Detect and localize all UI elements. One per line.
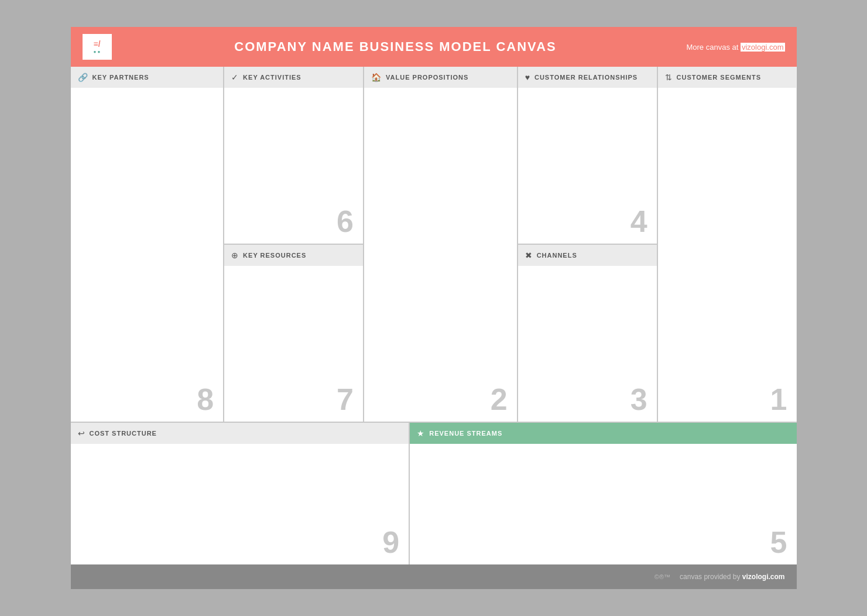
header-right: More canvas at vizologi.com: [680, 43, 785, 52]
key-resources-number: 7: [327, 377, 363, 422]
channels-cell[interactable]: 3: [518, 266, 657, 422]
key-activities-label: KEY ACTIVITIES: [243, 74, 301, 81]
key-resources-icon: ⊕: [231, 251, 238, 260]
customer-relationships-header: ♥ CUSTOMER RELATIONSHIPS: [518, 67, 657, 88]
key-resources-cell[interactable]: 7: [224, 266, 363, 422]
footer-text: canvas provided by vizologi.com: [680, 573, 784, 581]
customer-relationships-icon: ♥: [525, 73, 530, 82]
main-grid: 🔗 KEY PARTNERS 8 ✓ KEY ACTIVITIES: [71, 67, 797, 564]
key-partners-icon: 🔗: [78, 73, 88, 82]
model-name: BUSINESS MODEL CANVAS: [359, 39, 557, 54]
revenue-streams-cell[interactable]: 5: [410, 444, 796, 564]
col-activities-resources: ✓ KEY ACTIVITIES 6 ⊕ KEY RESOURCES: [224, 67, 364, 422]
key-resources-header: ⊕ KEY RESOURCES: [224, 245, 363, 266]
revenue-streams-icon: ★: [417, 429, 424, 438]
key-activities-section: ✓ KEY ACTIVITIES 6: [224, 67, 363, 245]
customer-segments-cell[interactable]: 1: [658, 88, 797, 422]
key-activities-cell[interactable]: 6: [224, 88, 363, 244]
cost-structure-label: COST STRUCTURE: [90, 430, 157, 437]
key-activities-icon: ✓: [231, 73, 238, 82]
revenue-streams-label: REVENUE STREAMS: [429, 430, 502, 437]
header: ≡/ ● ● COMPANY NAME BUSINESS MODEL CANVA…: [71, 27, 797, 67]
value-propositions-header: 🏠 VALUE PROPOSITIONS: [364, 67, 517, 88]
col-value-propositions: 🏠 VALUE PROPOSITIONS 2: [364, 67, 518, 422]
footer-canvas-text: canvas provided by: [680, 573, 742, 581]
channels-header: ✖ CHANNELS: [518, 245, 657, 266]
revenue-streams-number: 5: [761, 520, 797, 564]
cost-structure-header: ↩ COST STRUCTURE: [71, 423, 409, 444]
col-cost-structure: ↩ COST STRUCTURE 9: [71, 423, 410, 564]
customer-segments-number: 1: [761, 377, 797, 422]
channels-label: CHANNELS: [537, 252, 577, 259]
key-resources-label: KEY RESOURCES: [243, 252, 306, 259]
top-section: 🔗 KEY PARTNERS 8 ✓ KEY ACTIVITIES: [71, 67, 797, 423]
header-title: COMPANY NAME BUSINESS MODEL CANVAS: [112, 39, 680, 54]
col-key-partners: 🔗 KEY PARTNERS 8: [71, 67, 225, 422]
value-propositions-cell[interactable]: 2: [364, 88, 517, 422]
col-revenue-streams: ★ REVENUE STREAMS 5: [410, 423, 796, 564]
logo: ≡/ ● ●: [83, 34, 112, 60]
cost-structure-number: 9: [373, 520, 409, 564]
key-activities-number: 6: [327, 199, 363, 244]
business-model-canvas: ≡/ ● ● COMPANY NAME BUSINESS MODEL CANVA…: [71, 27, 797, 589]
customer-relationships-label: CUSTOMER RELATIONSHIPS: [534, 74, 638, 81]
cost-structure-icon: ↩: [78, 429, 85, 438]
company-name: COMPANY NAME: [234, 39, 354, 54]
key-partners-number: 8: [187, 377, 223, 422]
key-partners-header: 🔗 KEY PARTNERS: [71, 67, 224, 88]
col-relationships-channels: ♥ CUSTOMER RELATIONSHIPS 4 ✖ CHANNELS: [518, 67, 658, 422]
customer-segments-label: CUSTOMER SEGMENTS: [677, 74, 762, 81]
key-activities-header: ✓ KEY ACTIVITIES: [224, 67, 363, 88]
key-resources-section: ⊕ KEY RESOURCES 7: [224, 245, 363, 422]
value-propositions-label: VALUE PROPOSITIONS: [386, 74, 468, 81]
vizologi-link[interactable]: vizologi.com: [741, 43, 785, 52]
customer-segments-header: ⇅ CUSTOMER SEGMENTS: [658, 67, 797, 88]
customer-relationships-number: 4: [621, 199, 657, 244]
col-customer-segments: ⇅ CUSTOMER SEGMENTS 1: [658, 67, 797, 422]
footer-vizologi-brand[interactable]: vizologi.com: [742, 573, 785, 581]
revenue-streams-header: ★ REVENUE STREAMS: [410, 423, 796, 444]
more-text: More canvas at: [686, 43, 741, 52]
footer: ©®™ canvas provided by vizologi.com: [71, 564, 797, 589]
customer-relationships-section: ♥ CUSTOMER RELATIONSHIPS 4: [518, 67, 657, 245]
footer-icons: ©®™: [654, 573, 670, 580]
right-sidebar-info: DESIGNED BY: Business Model Foundry AG T…: [803, 74, 868, 184]
channels-icon: ✖: [525, 251, 532, 260]
key-partners-cell[interactable]: 8: [71, 88, 224, 422]
cost-structure-cell[interactable]: 9: [71, 444, 409, 564]
value-propositions-number: 2: [481, 377, 517, 422]
key-partners-label: KEY PARTNERS: [92, 74, 149, 81]
customer-segments-icon: ⇅: [665, 73, 672, 82]
channels-section: ✖ CHANNELS 3: [518, 245, 657, 422]
customer-relationships-cell[interactable]: 4: [518, 88, 657, 244]
channels-number: 3: [621, 377, 657, 422]
value-propositions-icon: 🏠: [371, 73, 381, 82]
bottom-section: ↩ COST STRUCTURE 9 ★ REVENUE STREAMS 5: [71, 423, 797, 564]
